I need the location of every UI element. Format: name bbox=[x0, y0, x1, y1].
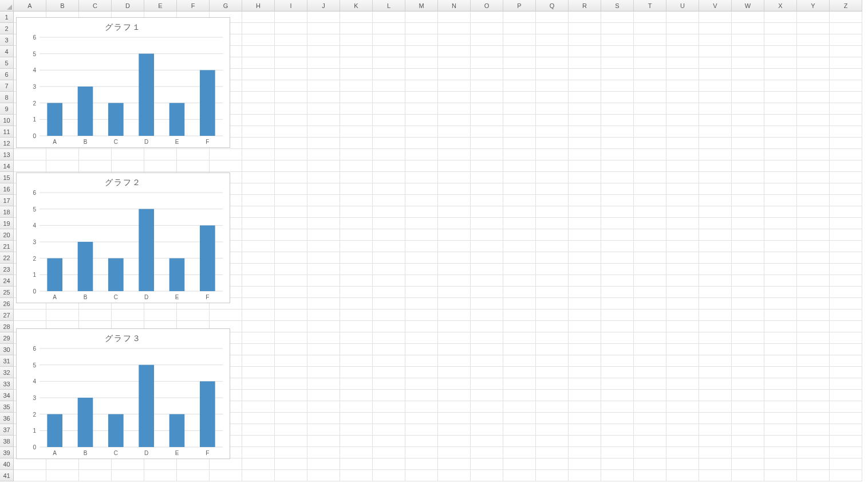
bar-B[interactable] bbox=[78, 398, 93, 447]
cell-X33[interactable] bbox=[764, 378, 797, 390]
cell-Y31[interactable] bbox=[797, 355, 830, 367]
cell-L21[interactable] bbox=[373, 241, 405, 252]
cell-Y24[interactable] bbox=[797, 275, 830, 287]
row-header-3[interactable]: 3 bbox=[0, 34, 14, 46]
cell-O30[interactable] bbox=[471, 344, 503, 355]
cell-Z36[interactable] bbox=[830, 413, 862, 424]
cell-Z26[interactable] bbox=[830, 298, 862, 309]
cell-N30[interactable] bbox=[438, 344, 471, 355]
cell-Z23[interactable] bbox=[830, 264, 862, 275]
bar-E[interactable] bbox=[169, 414, 185, 447]
cell-Z41[interactable] bbox=[830, 470, 862, 481]
cell-T18[interactable] bbox=[634, 206, 666, 218]
cell-Q10[interactable] bbox=[536, 115, 569, 126]
cell-J14[interactable] bbox=[307, 160, 340, 172]
cell-H27[interactable] bbox=[242, 309, 275, 321]
cell-W3[interactable] bbox=[732, 34, 764, 46]
cell-Y17[interactable] bbox=[797, 195, 830, 206]
cell-S24[interactable] bbox=[601, 275, 634, 287]
cell-K19[interactable] bbox=[340, 218, 373, 229]
cell-M40[interactable] bbox=[405, 459, 438, 470]
column-header-O[interactable]: O bbox=[471, 0, 503, 11]
cell-S25[interactable] bbox=[601, 287, 634, 298]
column-header-N[interactable]: N bbox=[438, 0, 471, 11]
cell-L4[interactable] bbox=[373, 46, 405, 57]
cell-S40[interactable] bbox=[601, 459, 634, 470]
cell-V31[interactable] bbox=[699, 355, 732, 367]
cell-M1[interactable] bbox=[405, 11, 438, 23]
cell-N15[interactable] bbox=[438, 172, 471, 183]
cell-L29[interactable] bbox=[373, 332, 405, 344]
cell-Q21[interactable] bbox=[536, 241, 569, 252]
cell-Z15[interactable] bbox=[830, 172, 862, 183]
cell-I12[interactable] bbox=[275, 138, 307, 149]
cell-S15[interactable] bbox=[601, 172, 634, 183]
row-header-25[interactable]: 25 bbox=[0, 287, 14, 298]
cell-Y35[interactable] bbox=[797, 401, 830, 413]
cell-Y13[interactable] bbox=[797, 149, 830, 160]
cell-G40[interactable] bbox=[210, 459, 242, 470]
cell-R28[interactable] bbox=[569, 321, 601, 332]
cell-W19[interactable] bbox=[732, 218, 764, 229]
cell-U30[interactable] bbox=[666, 344, 699, 355]
cell-T40[interactable] bbox=[634, 459, 666, 470]
row-header-21[interactable]: 21 bbox=[0, 241, 14, 252]
cell-V23[interactable] bbox=[699, 264, 732, 275]
cell-O13[interactable] bbox=[471, 149, 503, 160]
row-header-5[interactable]: 5 bbox=[0, 57, 14, 69]
cell-P12[interactable] bbox=[503, 138, 536, 149]
cell-M27[interactable] bbox=[405, 309, 438, 321]
cell-X12[interactable] bbox=[764, 138, 797, 149]
cell-R4[interactable] bbox=[569, 46, 601, 57]
cell-M6[interactable] bbox=[405, 69, 438, 80]
cell-V3[interactable] bbox=[699, 34, 732, 46]
cell-Y15[interactable] bbox=[797, 172, 830, 183]
cell-O28[interactable] bbox=[471, 321, 503, 332]
cell-M34[interactable] bbox=[405, 390, 438, 401]
cell-M28[interactable] bbox=[405, 321, 438, 332]
cell-A27[interactable] bbox=[14, 309, 46, 321]
cell-T7[interactable] bbox=[634, 80, 666, 92]
cell-R2[interactable] bbox=[569, 23, 601, 34]
cell-N19[interactable] bbox=[438, 218, 471, 229]
cell-X29[interactable] bbox=[764, 332, 797, 344]
row-header-16[interactable]: 16 bbox=[0, 183, 14, 195]
cell-W5[interactable] bbox=[732, 57, 764, 69]
cell-P22[interactable] bbox=[503, 252, 536, 264]
cell-Z30[interactable] bbox=[830, 344, 862, 355]
cell-I18[interactable] bbox=[275, 206, 307, 218]
column-header-K[interactable]: K bbox=[340, 0, 373, 11]
cell-J37[interactable] bbox=[307, 424, 340, 436]
cell-Y18[interactable] bbox=[797, 206, 830, 218]
cell-V15[interactable] bbox=[699, 172, 732, 183]
cell-Z3[interactable] bbox=[830, 34, 862, 46]
cell-O3[interactable] bbox=[471, 34, 503, 46]
cell-X37[interactable] bbox=[764, 424, 797, 436]
cell-M5[interactable] bbox=[405, 57, 438, 69]
cell-O7[interactable] bbox=[471, 80, 503, 92]
cell-H21[interactable] bbox=[242, 241, 275, 252]
cell-J35[interactable] bbox=[307, 401, 340, 413]
cell-S12[interactable] bbox=[601, 138, 634, 149]
cell-K1[interactable] bbox=[340, 11, 373, 23]
cell-U27[interactable] bbox=[666, 309, 699, 321]
cell-A14[interactable] bbox=[14, 160, 46, 172]
cell-J29[interactable] bbox=[307, 332, 340, 344]
cell-W12[interactable] bbox=[732, 138, 764, 149]
cell-L6[interactable] bbox=[373, 69, 405, 80]
cell-H3[interactable] bbox=[242, 34, 275, 46]
row-header-37[interactable]: 37 bbox=[0, 424, 14, 436]
cell-V17[interactable] bbox=[699, 195, 732, 206]
select-all-corner[interactable] bbox=[0, 0, 14, 11]
cell-H8[interactable] bbox=[242, 92, 275, 103]
cell-H23[interactable] bbox=[242, 264, 275, 275]
cell-O15[interactable] bbox=[471, 172, 503, 183]
cell-P24[interactable] bbox=[503, 275, 536, 287]
cell-U26[interactable] bbox=[666, 298, 699, 309]
cell-Q4[interactable] bbox=[536, 46, 569, 57]
cell-P23[interactable] bbox=[503, 264, 536, 275]
cell-R20[interactable] bbox=[569, 229, 601, 241]
cell-H14[interactable] bbox=[242, 160, 275, 172]
cell-B41[interactable] bbox=[46, 470, 79, 481]
bar-B[interactable] bbox=[78, 87, 93, 136]
